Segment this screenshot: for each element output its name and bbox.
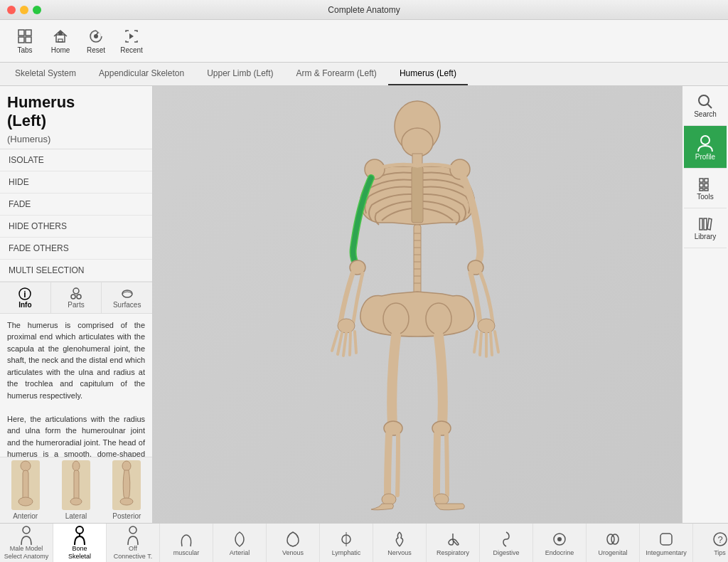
svg-point-20 <box>70 498 82 505</box>
thumbnail-lateral[interactable]: Lateral <box>50 460 101 520</box>
info-icon: i <box>18 287 32 301</box>
arterial-label: Arterial <box>230 549 250 556</box>
svg-rect-16 <box>23 470 28 500</box>
bottom-urogenital[interactable]: Urogenital <box>587 524 640 563</box>
bottom-respiratory[interactable]: Respiratory <box>427 524 480 563</box>
svg-rect-64 <box>705 179 708 182</box>
svg-point-18 <box>73 461 80 471</box>
info-tabs: i Info Parts Surfaces <box>0 282 152 314</box>
connective-label: OffConnective T. <box>114 545 152 561</box>
svg-point-70 <box>76 526 83 534</box>
bottom-male-model[interactable]: Male ModelSelect Anatomy <box>0 524 53 563</box>
svg-line-50 <box>480 333 481 355</box>
svg-point-13 <box>77 295 81 299</box>
tab-surfaces-label: Surfaces <box>113 301 141 309</box>
svg-rect-65 <box>705 184 708 187</box>
info-description: The humerus is comprised of the proximal… <box>0 314 152 457</box>
bottom-digestive[interactable]: Digestive <box>480 524 533 563</box>
svg-rect-4 <box>56 35 65 42</box>
tab-arm-forearm-left[interactable]: Arm & Forearm (Left) <box>285 63 388 85</box>
tab-appendicular-skeleton[interactable]: Appendicular Skeleton <box>87 63 196 85</box>
action-fade[interactable]: FADE <box>0 193 152 216</box>
surfaces-icon <box>120 287 134 301</box>
bottom-muscular[interactable]: muscular <box>160 524 213 563</box>
nervous-label: Nervous <box>387 549 412 556</box>
urogenital-icon <box>603 529 623 549</box>
action-menu: ISOLATE HIDE FADE HIDE OTHERS FADE OTHER… <box>0 149 152 282</box>
svg-point-69 <box>23 526 30 534</box>
anterior-bone-svg <box>11 460 40 510</box>
search-label: Search <box>694 110 717 118</box>
reset-button[interactable]: Reset <box>78 21 114 61</box>
urogenital-label: Urogenital <box>598 549 627 556</box>
title-bar: Complete Anatomy <box>0 0 728 20</box>
minimize-button[interactable] <box>20 6 28 14</box>
svg-line-41 <box>332 332 338 351</box>
tab-surfaces[interactable]: Surfaces <box>102 282 152 313</box>
svg-rect-61 <box>700 179 703 182</box>
profile-button[interactable]: Profile <box>684 126 727 169</box>
bottom-nervous[interactable]: Nervous <box>373 524 427 563</box>
venous-label: Venous <box>282 549 304 556</box>
panel-title: Humerus(Left) <box>0 86 152 134</box>
bone-skeletal-label: BoneSkeletal <box>68 545 91 561</box>
bottom-integumentary[interactable]: Integumentary <box>640 524 693 563</box>
window-controls[interactable] <box>7 6 41 14</box>
bottom-connective[interactable]: OffConnective T. <box>107 524 160 563</box>
recent-button[interactable]: Recent <box>114 21 149 61</box>
bottom-lymphatic[interactable]: Lymphatic <box>320 524 373 563</box>
svg-point-15 <box>21 461 31 471</box>
search-button[interactable]: Search <box>684 86 727 126</box>
action-hide[interactable]: HIDE <box>0 171 152 193</box>
main-layout: Humerus(Left) (Humerus) ISOLATE HIDE FAD… <box>0 86 728 523</box>
3d-viewport[interactable] <box>153 86 682 523</box>
svg-point-77 <box>607 534 614 544</box>
profile-icon <box>695 133 715 153</box>
tools-button[interactable]: Tools <box>684 169 727 208</box>
svg-rect-0 <box>18 30 24 36</box>
tab-skeletal-system[interactable]: Skeletal System <box>4 63 87 85</box>
svg-point-12 <box>71 295 75 299</box>
search-icon <box>697 93 714 110</box>
action-multi-selection[interactable]: MULTI SELECTION <box>0 260 152 282</box>
svg-point-22 <box>120 498 133 505</box>
thumb-anterior-img <box>11 460 40 510</box>
tab-parts[interactable]: Parts <box>51 282 102 313</box>
nervous-icon <box>390 529 410 549</box>
bottom-bone-skeletal[interactable]: BoneSkeletal <box>53 524 107 563</box>
tab-humerus-left[interactable]: Humerus (Left) <box>388 63 468 85</box>
recent-icon <box>123 28 140 45</box>
panel-subtitle: (Humerus) <box>0 134 152 144</box>
svg-rect-68 <box>704 218 707 230</box>
lymphatic-label: Lymphatic <box>332 549 361 556</box>
thumbnail-anterior[interactable]: Anterior <box>0 460 50 520</box>
bottom-tips[interactable]: ? Tips <box>693 524 728 563</box>
endocrine-icon <box>550 529 569 549</box>
tab-upper-limb-left[interactable]: Upper Limb (Left) <box>196 63 284 85</box>
thumb-posterior-img <box>112 460 141 510</box>
svg-point-60 <box>701 136 710 144</box>
bottom-arterial[interactable]: Arterial <box>213 524 267 563</box>
library-icon <box>697 216 714 233</box>
home-button[interactable]: Home <box>43 21 78 61</box>
desc-p2: Here, the articulations with the radius … <box>7 413 145 457</box>
svg-rect-19 <box>74 470 79 500</box>
bottom-endocrine[interactable]: Endocrine <box>533 524 587 563</box>
close-button[interactable] <box>7 6 16 14</box>
svg-point-58 <box>699 95 709 105</box>
svg-rect-67 <box>700 218 702 230</box>
action-fade-others[interactable]: FADE OTHERS <box>0 238 152 260</box>
digestive-icon <box>496 529 516 549</box>
maximize-button[interactable] <box>33 6 41 14</box>
bottom-venous[interactable]: Venous <box>267 524 320 563</box>
action-hide-others[interactable]: HIDE OTHERS <box>0 216 152 238</box>
library-button[interactable]: Library <box>684 208 727 248</box>
tab-info[interactable]: i Info <box>0 282 51 313</box>
tabs-button[interactable]: Tabs <box>7 21 43 61</box>
reset-icon <box>87 28 105 45</box>
desc-p1: The humerus is comprised of the proximal… <box>7 319 145 402</box>
action-isolate[interactable]: ISOLATE <box>0 149 152 171</box>
svg-line-45 <box>355 332 356 353</box>
thumbnail-posterior[interactable]: Posterior <box>102 460 152 520</box>
lymphatic-icon <box>336 529 356 549</box>
